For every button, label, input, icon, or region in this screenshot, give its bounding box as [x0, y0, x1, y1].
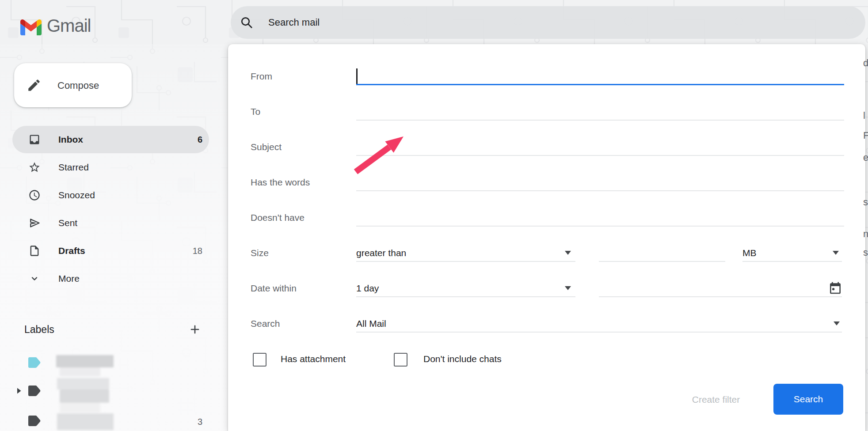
gmail-wordmark: Gmail	[47, 15, 91, 36]
sidebar-item-snoozed-label[interactable]: Snoozed	[58, 189, 95, 202]
date-within-label: Date within	[251, 282, 297, 295]
edge-text-fragment: s	[863, 197, 868, 208]
chevron-down-icon	[29, 273, 40, 284]
edge-text-fragment: n	[863, 228, 868, 240]
size-value-input[interactable]	[599, 246, 725, 261]
send-icon	[28, 217, 41, 229]
size-value-underline	[599, 261, 725, 262]
search-icon[interactable]	[240, 16, 253, 29]
edge-text-fragment: e	[863, 152, 868, 163]
size-unit-select[interactable]: MB	[742, 246, 757, 260]
size-operator-underline	[356, 261, 575, 262]
has-attachment-checkbox[interactable]	[253, 353, 266, 367]
drafts-count-badge: 18	[181, 244, 202, 257]
draft-icon	[28, 245, 41, 257]
to-label: To	[251, 105, 260, 118]
inbox-icon	[28, 133, 41, 146]
subject-input[interactable]	[356, 140, 844, 155]
to-input[interactable]	[356, 105, 844, 119]
label-tag-icon-dark	[28, 415, 42, 427]
annotation-arrow	[351, 134, 407, 176]
sidebar-item-starred[interactable]	[12, 154, 209, 181]
search-input[interactable]: Search mail	[268, 17, 320, 28]
subject-input-underline	[356, 155, 844, 156]
inbox-count-badge: 6	[181, 133, 202, 146]
doesnt-have-input-underline	[356, 226, 844, 227]
search-button[interactable]: Search	[773, 384, 843, 415]
blurred-label-names	[55, 353, 133, 431]
has-attachment-label[interactable]: Has attachment	[281, 352, 346, 366]
subject-label: Subject	[251, 140, 282, 154]
add-label-icon[interactable]	[189, 323, 201, 336]
doesnt-have-input[interactable]	[356, 211, 844, 225]
edge-text-fragment: s	[863, 247, 868, 258]
edge-text-fragment: F	[863, 130, 868, 141]
has-words-input[interactable]	[356, 176, 844, 190]
date-value-input[interactable]	[599, 282, 820, 296]
edge-text-fragment: l	[863, 110, 865, 121]
gmail-logo	[20, 19, 42, 35]
sidebar-item-more[interactable]	[12, 265, 209, 292]
search-scope-label: Search	[251, 317, 280, 330]
search-button-label: Search	[794, 394, 823, 405]
search-scope-select[interactable]: All Mail	[356, 317, 386, 330]
star-icon	[28, 161, 41, 174]
size-operator-caret-icon[interactable]	[565, 251, 571, 255]
from-input[interactable]	[357, 70, 843, 84]
sidebar-item-drafts[interactable]	[12, 237, 209, 265]
gmail-advanced-search-screen: { "app": { "wordmark": "Gmail" }, "searc…	[0, 0, 868, 431]
label-tag-icon-teal	[28, 357, 42, 368]
sidebar-item-inbox[interactable]	[12, 126, 209, 153]
compose-label: Compose	[57, 79, 99, 92]
gmail-m-icon	[20, 19, 42, 35]
size-unit-caret-icon[interactable]	[833, 251, 839, 255]
edge-text-fragment: d	[863, 57, 868, 69]
sidebar-item-snoozed[interactable]	[12, 181, 209, 209]
date-range-caret-icon[interactable]	[565, 286, 571, 290]
has-words-input-underline	[356, 190, 844, 191]
date-range-select[interactable]: 1 day	[356, 282, 379, 295]
sidebar-item-inbox-label[interactable]: Inbox	[58, 133, 83, 146]
expand-arrow-icon[interactable]	[16, 387, 22, 394]
sidebar-item-sent[interactable]	[12, 209, 209, 237]
sidebar-item-more-label[interactable]: More	[58, 272, 80, 285]
size-label: Size	[251, 246, 269, 260]
from-label: From	[251, 70, 272, 83]
dont-include-chats-label[interactable]: Don't include chats	[423, 352, 502, 366]
search-scope-caret-icon[interactable]	[834, 321, 840, 325]
advanced-search-panel	[228, 44, 865, 431]
date-value-underline	[599, 296, 842, 297]
size-operator-select[interactable]: greater than	[356, 246, 406, 260]
search-bar[interactable]	[231, 6, 865, 39]
date-range-underline	[356, 296, 575, 297]
sidebar-item-starred-label[interactable]: Starred	[58, 161, 89, 174]
create-filter-button[interactable]: Create filter	[675, 393, 757, 406]
has-words-label: Has the words	[251, 176, 310, 189]
pencil-icon	[27, 78, 42, 93]
calendar-icon[interactable]	[828, 281, 842, 295]
sidebar-item-sent-label[interactable]: Sent	[58, 216, 77, 230]
labels-section-title: Labels	[24, 323, 54, 336]
sidebar-item-drafts-label[interactable]: Drafts	[58, 244, 85, 257]
size-unit-underline	[742, 261, 842, 262]
doesnt-have-label: Doesn't have	[251, 211, 305, 224]
clock-icon	[28, 189, 41, 201]
to-input-underline	[356, 120, 844, 121]
label-tag-icon-dark	[28, 385, 42, 397]
dont-include-chats-checkbox[interactable]	[394, 353, 407, 367]
search-scope-underline	[356, 332, 842, 333]
from-input-underline-focused	[356, 84, 844, 85]
label-count-badge: 3	[181, 415, 202, 428]
